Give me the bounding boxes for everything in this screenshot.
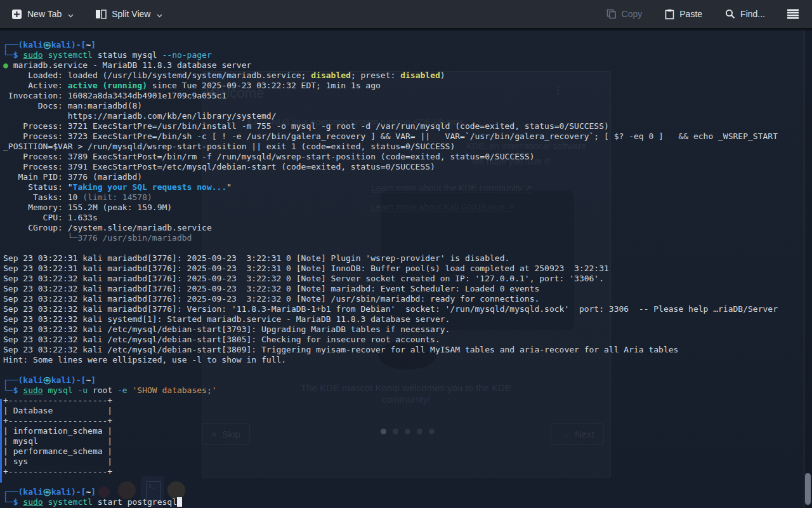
- split-view-label: Split View: [112, 9, 150, 19]
- terminal-line: Active: active (running) since Tue 2025-…: [3, 81, 778, 91]
- terminal-line: Sep 23 03:22:32 kali /etc/mysql/debian-s…: [3, 345, 778, 355]
- terminal-line: Sep 23 03:22:32 kali systemd[1]: Started…: [3, 314, 778, 324]
- terminal-line: ┌──(kali㉿kali)-[~]: [3, 40, 778, 50]
- new-tab-icon: [11, 9, 22, 20]
- terminal-line: +--------------------+: [3, 396, 778, 406]
- terminal-line: https://mariadb.com/kb/en/library/system…: [3, 111, 778, 121]
- terminal-line: Memory: 155.2M (peak: 159.9M): [3, 203, 778, 213]
- terminal-line: _POSITION=$VAR > /run/mysqld/wsrep-start…: [3, 142, 778, 152]
- chevron-down-icon[interactable]: [157, 14, 162, 18]
- menu-button[interactable]: [780, 5, 806, 23]
- terminal-line: CGroup: /system.slice/mariadb.service: [3, 223, 778, 233]
- terminal-line: Sep 23 03:22:32 kali /etc/mysql/debian-s…: [3, 324, 778, 335]
- terminal-line: ┌──(kali㉿kali)-[~]: [3, 375, 778, 385]
- terminal-line: | sys |: [3, 457, 778, 467]
- terminal-line: CPU: 1.633s: [3, 213, 778, 223]
- chevron-down-icon[interactable]: [68, 14, 74, 18]
- terminal-line: | mysql |: [3, 436, 778, 446]
- terminal-line: | Database |: [3, 406, 778, 416]
- terminal-line: Sep 23 03:22:32 kali mariadbd[3776]: 202…: [3, 294, 778, 304]
- terminal-line: Tasks: 10 (limit: 14578): [3, 192, 778, 203]
- terminal-line: Process: 3723 ExecStartPre=/bin/sh -c [ …: [3, 131, 778, 142]
- terminal-line: ● mariadb.service - MariaDB 11.8.3 datab…: [3, 60, 778, 70]
- terminal-line: +--------------------+: [3, 416, 778, 426]
- new-tab-label: New Tab: [27, 9, 62, 19]
- terminal-line: Sep 23 03:22:32 kali mariadbd[3776]: 202…: [3, 284, 778, 294]
- terminal-line: Invocation: 16082a8da3434db4901e1709c9a0…: [3, 91, 778, 101]
- terminal-line: Main PID: 3776 (mariadbd): [3, 172, 778, 182]
- output-indicator: [0, 399, 2, 483]
- terminal-line: | information_schema |: [3, 426, 778, 436]
- paste-button[interactable]: Paste: [658, 5, 709, 23]
- terminal-line: Sep 23 03:22:31 kali mariadbd[3776]: 202…: [3, 264, 778, 274]
- konsole-window: New Tab Split View Copy Paste: [0, 0, 812, 508]
- terminal-line: Sep 23 03:22:31 kali mariadbd[3776]: 202…: [3, 253, 778, 264]
- terminal-line: [3, 365, 778, 375]
- terminal-line: [3, 243, 778, 253]
- find-label: Find...: [740, 9, 765, 19]
- search-icon: [725, 9, 735, 19]
- terminal-line: Docs: man:mariadbd(8): [3, 101, 778, 111]
- terminal-line: └─$ sudo mysql -u root -e 'SHOW database…: [3, 385, 778, 396]
- terminal-line: Status: "Taking your SQL requests now...…: [3, 182, 778, 192]
- split-view-button[interactable]: Split View: [89, 5, 169, 23]
- copy-icon: [606, 9, 617, 19]
- terminal-line: Hint: Some lines were ellipsized, use -l…: [3, 355, 778, 365]
- terminal-line: Loaded: loaded (/usr/lib/systemd/system/…: [3, 70, 778, 81]
- copy-button[interactable]: Copy: [600, 5, 649, 23]
- hamburger-menu-icon: [787, 9, 799, 19]
- terminal-line: +--------------------+: [3, 467, 778, 477]
- terminal-line: Sep 23 03:22:32 kali mariadbd[3776]: Ver…: [3, 304, 778, 314]
- terminal-output: ┌──(kali㉿kali)-[~]└─$ sudo systemctl sta…: [3, 40, 778, 507]
- terminal-line: ┌──(kali㉿kali)-[~]: [3, 487, 778, 497]
- paste-icon: [665, 9, 674, 20]
- copy-label: Copy: [622, 9, 643, 19]
- terminal-line: [3, 477, 778, 487]
- terminal-line: └─3776 /usr/sbin/mariadbd: [3, 233, 778, 243]
- terminal-line: | performance_schema |: [3, 446, 778, 457]
- terminal-line: └─$ sudo systemctl start postgresql: [3, 497, 778, 507]
- find-button[interactable]: Find...: [719, 5, 771, 23]
- terminal-viewport[interactable]: Welcome ⋮ Kali GNU/Linux operating syste…: [0, 30, 812, 508]
- split-view-icon: [95, 10, 107, 19]
- terminal-line: Process: 3789 ExecStartPost=/bin/rm -f /…: [3, 152, 778, 162]
- paste-label: Paste: [679, 9, 702, 19]
- scrollbar-thumb[interactable]: [805, 473, 811, 505]
- terminal-line: Process: 3721 ExecStartPre=/usr/bin/inst…: [3, 121, 778, 131]
- scrollbar-track[interactable]: [804, 30, 812, 508]
- terminal-line: Sep 23 03:22:32 kali /etc/mysql/debian-s…: [3, 335, 778, 345]
- new-tab-button[interactable]: New Tab: [5, 5, 80, 23]
- text-cursor: [177, 497, 182, 507]
- terminal-line: Sep 23 03:22:32 kali mariadbd[3776]: 202…: [3, 274, 778, 284]
- toolbar: New Tab Split View Copy Paste: [0, 0, 812, 29]
- terminal-line: └─$ sudo systemctl status mysql --no-pag…: [3, 50, 778, 60]
- terminal-line: Process: 3791 ExecStartPost=/etc/mysql/d…: [3, 162, 778, 172]
